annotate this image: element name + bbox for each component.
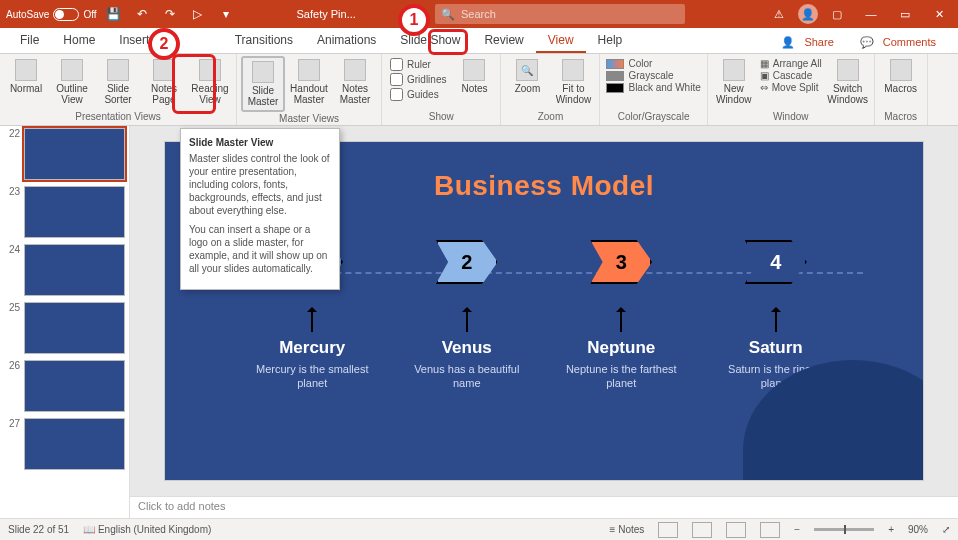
save-icon[interactable]: 💾 [103, 3, 125, 25]
thumbnail-25[interactable] [24, 302, 125, 354]
zoom-button[interactable]: 🔍Zoom [505, 56, 549, 97]
step-2-desc[interactable]: Venus has a beautiful name [407, 362, 527, 391]
fit-icon [562, 59, 584, 81]
redo-icon[interactable]: ↷ [159, 3, 181, 25]
search-input[interactable]: 🔍 Search [435, 4, 685, 24]
step-3-name[interactable]: Neptune [587, 338, 655, 358]
language-indicator[interactable]: 📖 English (United Kingdom) [83, 524, 211, 535]
tab-transitions[interactable]: Transitions [223, 29, 305, 53]
notes-icon [463, 59, 485, 81]
zoom-icon: 🔍 [516, 59, 538, 81]
share-button[interactable]: 👤 Share [775, 32, 845, 53]
grayscale-button[interactable]: Grayscale [606, 70, 700, 81]
tab-home[interactable]: Home [51, 29, 107, 53]
thumb-number: 24 [4, 244, 20, 296]
handout-master-icon [298, 59, 320, 81]
tab-view[interactable]: View [536, 29, 586, 53]
zoom-slider[interactable] [814, 528, 874, 531]
tab-review[interactable]: Review [472, 29, 535, 53]
thumbnail-24[interactable] [24, 244, 125, 296]
normal-view-icon[interactable] [658, 522, 678, 538]
fit-window-button[interactable]: Fit to Window [551, 56, 595, 108]
slide-master-button[interactable]: Slide Master [241, 56, 285, 112]
step-1-desc[interactable]: Mercury is the smallest planet [252, 362, 372, 391]
ribbon-options-icon[interactable]: ▢ [822, 3, 852, 25]
gridlines-checkbox[interactable]: Gridlines [390, 73, 446, 86]
notes-toggle[interactable]: ≡ Notes [610, 524, 645, 535]
tooltip-body-2: You can insert a shape or a logo on a sl… [189, 223, 331, 275]
restore-button[interactable]: ▭ [890, 3, 920, 25]
fit-to-window-icon[interactable]: ⤢ [942, 524, 950, 535]
arrow-shape-2[interactable]: 2 [436, 240, 498, 284]
thumbnail-22[interactable] [24, 128, 125, 180]
tab-animations[interactable]: Animations [305, 29, 388, 53]
autosave-toggle[interactable]: AutoSave Off [6, 8, 97, 21]
step-3-desc[interactable]: Neptune is the farthest planet [561, 362, 681, 391]
step-2[interactable]: 2VenusVenus has a beautiful name [407, 240, 527, 391]
macros-icon [890, 59, 912, 81]
arrow-shape-4[interactable]: 4 [745, 240, 807, 284]
notes-master-button[interactable]: Notes Master [333, 56, 377, 108]
tooltip-title: Slide Master View [189, 137, 331, 148]
thumb-number: 25 [4, 302, 20, 354]
notes-pane[interactable]: Click to add notes [130, 496, 958, 518]
step-3[interactable]: 3NeptuneNeptune is the farthest planet [561, 240, 681, 391]
arrow-shape-3[interactable]: 3 [590, 240, 652, 284]
slideshow-view-icon[interactable] [760, 522, 780, 538]
handout-master-button[interactable]: Handout Master [287, 56, 331, 108]
zoom-in-button[interactable]: + [888, 524, 894, 535]
guides-checkbox[interactable]: Guides [390, 88, 446, 101]
cascade-button[interactable]: ▣Cascade [760, 70, 822, 81]
arrange-all-button[interactable]: ▦Arrange All [760, 58, 822, 69]
step-1-name[interactable]: Mercury [279, 338, 345, 358]
group-color: Color/Grayscale [604, 110, 702, 123]
thumbnail-27[interactable] [24, 418, 125, 470]
slide-sorter-button[interactable]: Slide Sorter [96, 56, 140, 108]
tab-help[interactable]: Help [586, 29, 635, 53]
switch-windows-button[interactable]: Switch Windows [826, 56, 870, 108]
zoom-out-button[interactable]: − [794, 524, 800, 535]
up-arrow-icon [311, 308, 313, 332]
step-2-name[interactable]: Venus [442, 338, 492, 358]
notes-button[interactable]: Notes [452, 56, 496, 97]
outline-icon [61, 59, 83, 81]
switch-icon [837, 59, 859, 81]
comments-button[interactable]: 💬 Comments [854, 32, 948, 53]
tab-file[interactable]: File [8, 29, 51, 53]
qat-more-icon[interactable]: ▾ [215, 3, 237, 25]
move-split-button[interactable]: ⇔Move Split [760, 82, 822, 93]
toggle-off-icon[interactable] [53, 8, 79, 21]
reading-view-icon[interactable] [726, 522, 746, 538]
split-icon: ⇔ [760, 82, 768, 93]
minimize-button[interactable]: — [856, 3, 886, 25]
grayscale-icon [606, 71, 624, 81]
slide-counter[interactable]: Slide 22 of 51 [8, 524, 69, 535]
account-avatar[interactable]: 👤 [798, 4, 818, 24]
thumbnail-26[interactable] [24, 360, 125, 412]
new-window-icon [723, 59, 745, 81]
outline-view-button[interactable]: Outline View [50, 56, 94, 108]
normal-view-button[interactable]: Normal [4, 56, 48, 97]
group-macros: Macros [879, 110, 923, 123]
document-title[interactable]: Safety Pin... [297, 8, 356, 20]
zoom-level[interactable]: 90% [908, 524, 928, 535]
autosave-label: AutoSave [6, 9, 49, 20]
slide-thumbnails[interactable]: 22 23 24 25 26 27 [0, 126, 130, 518]
thumbnail-23[interactable] [24, 186, 125, 238]
step-4-name[interactable]: Saturn [749, 338, 803, 358]
start-show-icon[interactable]: ▷ [187, 3, 209, 25]
close-button[interactable]: ✕ [924, 3, 954, 25]
undo-icon[interactable]: ↶ [131, 3, 153, 25]
color-button[interactable]: Color [606, 58, 700, 69]
thumb-number: 26 [4, 360, 20, 412]
ribbon-tabs: File Home Insert Design Transitions Anim… [0, 28, 958, 54]
macros-button[interactable]: Macros [879, 56, 923, 97]
group-window: Window [712, 110, 870, 123]
warning-icon[interactable]: ⚠ [764, 3, 794, 25]
thumb-number: 22 [4, 128, 20, 180]
tooltip-body-1: Master slides control the look of your e… [189, 152, 331, 217]
new-window-button[interactable]: New Window [712, 56, 756, 108]
blackwhite-button[interactable]: Black and White [606, 82, 700, 93]
ruler-checkbox[interactable]: Ruler [390, 58, 446, 71]
sorter-view-icon[interactable] [692, 522, 712, 538]
